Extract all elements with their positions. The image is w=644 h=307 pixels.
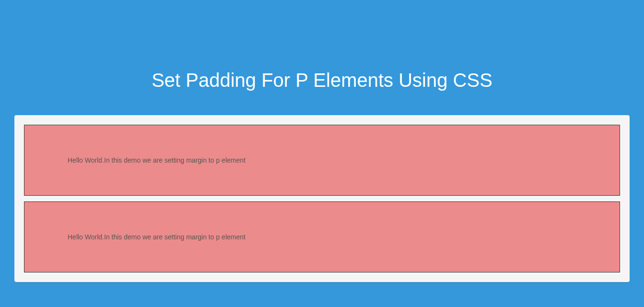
demo-paragraph: Hello World.In this demo we are setting … [24,125,620,196]
demo-paragraph: Hello World.In this demo we are setting … [24,201,620,272]
page-container: Set Padding For P Elements Using CSS Hel… [0,0,644,282]
page-title: Set Padding For P Elements Using CSS [14,0,630,115]
content-panel: Hello World.In this demo we are setting … [14,115,630,282]
